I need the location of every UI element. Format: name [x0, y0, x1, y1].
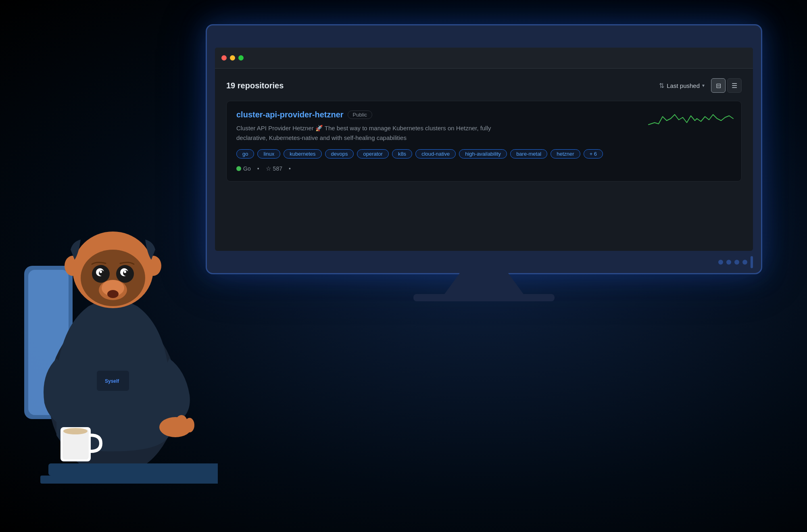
repo-card: cluster-api-provider-hetzner Public Clus…	[226, 101, 742, 182]
window-bar	[215, 48, 753, 69]
monitor-frame: 19 repositories ⇅ Last pushed ▾ ⊟ ☰	[206, 24, 762, 274]
repo-panel: 19 repositories ⇅ Last pushed ▾ ⊟ ☰	[215, 69, 753, 191]
list-view-button[interactable]: ☰	[727, 78, 742, 93]
svg-point-12	[124, 271, 126, 273]
indicator-dot-2	[726, 260, 731, 265]
indicator-dot-4	[742, 260, 747, 265]
svg-point-11	[100, 271, 102, 273]
grid-icon: ⊟	[716, 82, 721, 90]
repo-name[interactable]: cluster-api-provider-hetzner	[236, 110, 344, 119]
tag-devops[interactable]: devops	[325, 149, 354, 159]
screen: 19 repositories ⇅ Last pushed ▾ ⊟ ☰	[215, 48, 753, 251]
star-icon: ☆	[266, 165, 271, 172]
stars-count: 587	[273, 165, 282, 172]
tag-cloud-native[interactable]: cloud-native	[415, 149, 456, 159]
stats-row: Go • ☆ 587 •	[236, 165, 732, 172]
repo-count: 19 repositories	[226, 81, 284, 90]
sort-icon: ⇅	[659, 82, 664, 90]
svg-text:Syself: Syself	[105, 378, 119, 384]
tag-k8s[interactable]: k8s	[392, 149, 412, 159]
svg-point-16	[65, 256, 81, 276]
tag-bare-metal[interactable]: bare-metal	[510, 149, 547, 159]
language-label: Go	[243, 165, 251, 172]
tag-operator[interactable]: operator	[357, 149, 388, 159]
svg-point-22	[185, 418, 194, 432]
indicator-dot-1	[718, 260, 723, 265]
language-dot	[236, 166, 241, 171]
svg-point-25	[63, 428, 88, 434]
sort-label: Last pushed	[667, 82, 700, 89]
grid-view-button[interactable]: ⊟	[711, 78, 726, 93]
list-icon: ☰	[732, 82, 737, 90]
view-toggle: ⊟ ☰	[711, 78, 742, 93]
tag-go[interactable]: go	[236, 149, 254, 159]
sparkline-chart	[649, 108, 733, 132]
svg-rect-27	[40, 476, 218, 484]
tags-container: go linux kubernetes devops operator k8s …	[236, 149, 732, 159]
stat-language: Go	[236, 165, 251, 172]
stat-stars[interactable]: ☆ 587	[266, 165, 282, 172]
stat-separator-2: •	[289, 165, 291, 172]
minimize-button[interactable]	[230, 55, 235, 61]
sort-button[interactable]: ⇅ Last pushed ▾	[657, 80, 707, 91]
svg-rect-26	[48, 463, 218, 476]
character-illustration: Syself	[8, 145, 218, 508]
chevron-down-icon: ▾	[702, 83, 705, 88]
repo-header: 19 repositories ⇅ Last pushed ▾ ⊟ ☰	[226, 78, 742, 93]
header-controls: ⇅ Last pushed ▾ ⊟ ☰	[657, 78, 742, 93]
monitor-bottom	[207, 251, 761, 273]
repo-name-row: cluster-api-provider-hetzner Public	[236, 110, 372, 119]
stat-separator-1: •	[257, 165, 259, 172]
svg-point-15	[107, 290, 119, 298]
tag-kubernetes[interactable]: kubernetes	[284, 149, 321, 159]
monitor-base	[413, 294, 555, 301]
tag-linux[interactable]: linux	[257, 149, 280, 159]
svg-point-17	[145, 256, 161, 276]
indicator-bar	[751, 256, 753, 268]
tag-hetzner[interactable]: hetzner	[551, 149, 580, 159]
maximize-button[interactable]	[238, 55, 244, 61]
tag-high-availability[interactable]: high-availability	[459, 149, 507, 159]
tag-more[interactable]: + 6	[584, 149, 603, 159]
close-button[interactable]	[221, 55, 227, 61]
indicator-dot-3	[734, 260, 739, 265]
visibility-badge: Public	[348, 111, 372, 119]
repo-description: Cluster API Provider Hetzner 🚀 The best …	[236, 123, 511, 143]
